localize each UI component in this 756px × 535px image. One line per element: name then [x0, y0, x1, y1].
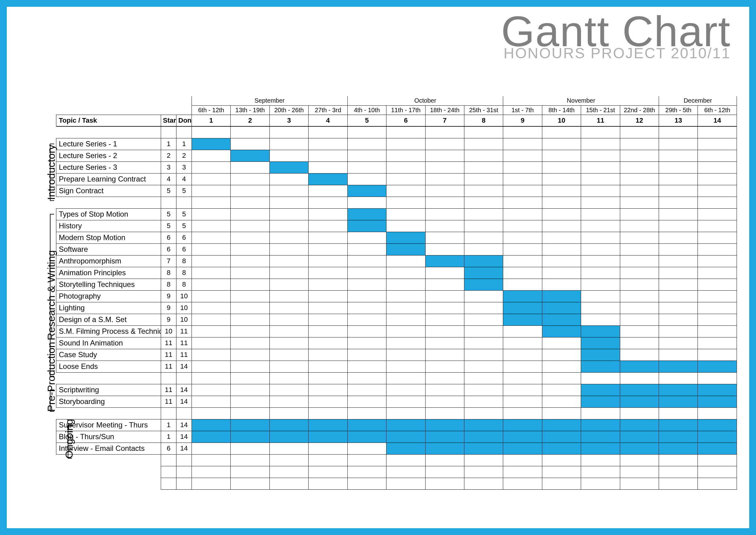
task-name: Loose Ends	[56, 361, 161, 372]
gantt-bar	[230, 419, 269, 431]
task-name: Prepare Learning Contract	[56, 173, 161, 185]
task-row: Design of a S.M. Set910	[56, 314, 737, 325]
gantt-bar	[659, 396, 698, 408]
task-start: 2	[161, 150, 176, 161]
gantt-bar	[347, 220, 386, 232]
week-range: 6th - 12th	[698, 105, 737, 115]
task-name: Scriptwriting	[56, 384, 161, 396]
task-done: 11	[176, 349, 192, 361]
week-number: 14	[698, 115, 737, 127]
week-range: 29th - 5th	[659, 105, 698, 115]
gantt-bar	[503, 442, 542, 454]
gantt-bar	[192, 138, 230, 150]
gantt-bar	[347, 208, 386, 220]
gantt-bar	[698, 442, 737, 454]
week-range: 11th - 17th	[387, 105, 425, 115]
week-range: 27th - 3rd	[309, 105, 347, 115]
task-name: History	[56, 220, 161, 232]
task-name: Anthropomorphism	[56, 255, 161, 267]
task-name: S.M. Filming Process & Techniques	[56, 325, 161, 337]
task-done: 14	[176, 431, 192, 442]
gantt-bar	[192, 419, 230, 431]
gantt-bar	[269, 161, 308, 173]
task-row: Storytelling Techniques88	[56, 279, 737, 290]
gantt-bar	[464, 442, 503, 454]
col-header-task: Topic / Task	[56, 115, 161, 127]
task-done: 11	[176, 325, 192, 337]
task-name: Blog - Thurs/Sun	[56, 431, 161, 442]
week-number: 12	[620, 115, 659, 127]
gantt-bar	[542, 302, 581, 314]
task-row: Lecture Series - 111	[56, 138, 737, 150]
task-start: 1	[161, 419, 176, 431]
task-start: 1	[161, 431, 176, 442]
task-done: 10	[176, 290, 192, 302]
week-range: 25th - 31st	[464, 105, 503, 115]
task-start: 11	[161, 361, 176, 372]
month-label: November	[503, 96, 659, 105]
gantt-bar	[425, 431, 464, 442]
task-row: Sign Contract55	[56, 185, 737, 197]
page-title: Gantt Chart	[501, 13, 731, 50]
task-start: 9	[161, 302, 176, 314]
gantt-bar	[347, 419, 386, 431]
gantt-bar	[464, 255, 503, 267]
title-block: Gantt Chart HONOURS PROJECT 2010/11	[501, 13, 731, 60]
gantt-bar	[581, 337, 620, 349]
gantt-bar	[620, 396, 659, 408]
gantt-bar	[230, 150, 269, 161]
gantt-bar	[269, 431, 308, 442]
task-row: Anthropomorphism78	[56, 255, 737, 267]
task-name: Lecture Series - 1	[56, 138, 161, 150]
task-done: 6	[176, 243, 192, 255]
gantt-bar	[309, 419, 347, 431]
week-range: 1st - 7th	[503, 105, 542, 115]
task-name: Supervisor Meeting - Thurs	[56, 419, 161, 431]
gantt-bar	[425, 255, 464, 267]
gantt-bar	[503, 302, 542, 314]
task-start: 9	[161, 314, 176, 325]
task-start: 11	[161, 349, 176, 361]
task-name: Sign Contract	[56, 185, 161, 197]
gantt-bar	[698, 396, 737, 408]
gantt-bar	[309, 173, 347, 185]
gantt-bar	[464, 279, 503, 290]
group-label: Pre-Production	[45, 389, 57, 412]
gantt-bar	[698, 384, 737, 396]
week-range: 22nd - 28th	[620, 105, 659, 115]
task-start: 8	[161, 267, 176, 279]
task-row: Case Study1111	[56, 349, 737, 361]
week-number: 7	[425, 115, 464, 127]
task-row: Lecture Series - 222	[56, 150, 737, 161]
task-start: 11	[161, 384, 176, 396]
task-done: 4	[176, 173, 192, 185]
gantt-bar	[269, 419, 308, 431]
task-name: Storytelling Techniques	[56, 279, 161, 290]
gantt-bar	[503, 419, 542, 431]
task-row: Software66	[56, 243, 737, 255]
task-start: 11	[161, 396, 176, 408]
week-number: 13	[659, 115, 698, 127]
task-name: Lecture Series - 2	[56, 150, 161, 161]
gantt-bar	[425, 419, 464, 431]
gantt-bar	[659, 442, 698, 454]
task-done: 8	[176, 279, 192, 290]
task-start: 5	[161, 185, 176, 197]
week-number: 9	[503, 115, 542, 127]
task-done: 14	[176, 442, 192, 454]
task-name: Sound In Animation	[56, 337, 161, 349]
gantt-bar	[659, 431, 698, 442]
task-done: 14	[176, 396, 192, 408]
task-done: 6	[176, 232, 192, 243]
task-start: 3	[161, 161, 176, 173]
task-row: Modern Stop Motion66	[56, 232, 737, 243]
gantt-bar	[503, 431, 542, 442]
gantt-bar	[387, 419, 425, 431]
gantt-bar	[698, 361, 737, 372]
gantt-bar	[387, 243, 425, 255]
task-row: Scriptwriting1114	[56, 384, 737, 396]
task-row: Supervisor Meeting - Thurs114	[56, 419, 737, 431]
week-number: 8	[464, 115, 503, 127]
gantt-bar	[698, 419, 737, 431]
gantt-bar	[581, 325, 620, 337]
